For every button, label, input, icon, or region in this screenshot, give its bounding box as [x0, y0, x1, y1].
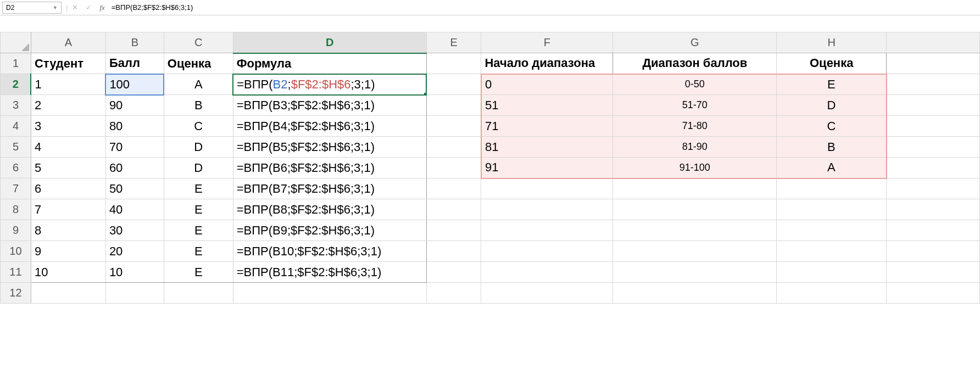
cell-G8[interactable] [613, 199, 777, 220]
cell-H9[interactable] [777, 220, 887, 241]
cell-I1[interactable] [887, 53, 980, 74]
cancel-icon[interactable]: ✕ [72, 3, 78, 12]
row-header-11[interactable]: 11 [1, 262, 31, 283]
cell-B12[interactable] [105, 283, 164, 304]
cell-C5[interactable]: D [164, 137, 233, 158]
cell-C3[interactable]: B [164, 95, 233, 116]
cell-I2[interactable] [887, 74, 980, 95]
cell-B9[interactable]: 30 [105, 220, 164, 241]
cell-E4[interactable] [426, 116, 481, 137]
cell-C11[interactable]: E [164, 262, 233, 283]
cell-A3[interactable]: 2 [31, 95, 105, 116]
cell-A6[interactable]: 5 [31, 158, 105, 178]
cell-G6[interactable]: 91-100 [613, 158, 777, 178]
cell-F9[interactable] [481, 220, 613, 241]
cell-F1[interactable]: Начало диапазона [481, 53, 613, 74]
cell-H1[interactable]: Оценка [777, 53, 887, 74]
cell-D3[interactable]: =ВПР(B3;$F$2:$H$6;3;1) [233, 95, 426, 116]
row-header-9[interactable]: 9 [1, 220, 31, 241]
cell-A5[interactable]: 4 [31, 137, 105, 158]
col-header-tail[interactable] [887, 32, 980, 53]
cell-B10[interactable]: 20 [105, 241, 164, 262]
row-header-7[interactable]: 7 [1, 178, 31, 199]
cell-C10[interactable]: E [164, 241, 233, 262]
cell-F12[interactable] [481, 283, 613, 304]
cell-D10[interactable]: =ВПР(B10;$F$2:$H$6;3;1) [233, 241, 426, 262]
cell-B1[interactable]: Балл [105, 53, 164, 74]
cell-I4[interactable] [887, 116, 980, 137]
cell-C4[interactable]: C [164, 116, 233, 137]
cell-D4[interactable]: =ВПР(B4;$F$2:$H$6;3;1) [233, 116, 426, 137]
cell-I10[interactable] [887, 241, 980, 262]
col-header-G[interactable]: G [613, 32, 777, 53]
cell-G5[interactable]: 81-90 [613, 137, 777, 158]
cell-I6[interactable] [887, 158, 980, 178]
cell-F2[interactable]: 0 [481, 74, 613, 95]
col-header-E[interactable]: E [426, 32, 481, 53]
cell-D9[interactable]: =ВПР(B9;$F$2:$H$6;3;1) [233, 220, 426, 241]
cell-G1[interactable]: Диапазон баллов [613, 53, 777, 74]
cell-C7[interactable]: E [164, 178, 233, 199]
cell-F6[interactable]: 91 [481, 158, 613, 178]
cell-D1[interactable]: Формула [233, 53, 426, 74]
cell-I3[interactable] [887, 95, 980, 116]
select-all-corner[interactable] [1, 32, 31, 53]
col-header-A[interactable]: A [31, 32, 105, 53]
cell-A1[interactable]: Студент [31, 53, 105, 74]
col-header-D[interactable]: D [233, 32, 426, 53]
cell-D8[interactable]: =ВПР(B8;$F$2:$H$6;3;1) [233, 199, 426, 220]
cell-H7[interactable] [777, 178, 887, 199]
cell-F8[interactable] [481, 199, 613, 220]
cell-H6[interactable]: A [777, 158, 887, 178]
cell-E3[interactable] [426, 95, 481, 116]
cell-D11[interactable]: =ВПР(B11;$F$2:$H$6;3;1) [233, 262, 426, 283]
cell-E5[interactable] [426, 137, 481, 158]
cell-G3[interactable]: 51-70 [613, 95, 777, 116]
cell-G7[interactable] [613, 178, 777, 199]
cell-E1[interactable] [426, 53, 481, 74]
col-header-C[interactable]: C [164, 32, 233, 53]
cell-I12[interactable] [887, 283, 980, 304]
cell-A10[interactable]: 9 [31, 241, 105, 262]
row-header-12[interactable]: 12 [1, 283, 31, 304]
cell-A2[interactable]: 1 [31, 74, 105, 95]
cell-I11[interactable] [887, 262, 980, 283]
cell-B5[interactable]: 70 [105, 137, 164, 158]
cell-C1[interactable]: Оценка [164, 53, 233, 74]
cell-C6[interactable]: D [164, 158, 233, 178]
cell-D12[interactable] [233, 283, 426, 304]
cell-G4[interactable]: 71-80 [613, 116, 777, 137]
row-header-4[interactable]: 4 [1, 116, 31, 137]
col-header-H[interactable]: H [777, 32, 887, 53]
cell-A4[interactable]: 3 [31, 116, 105, 137]
cell-H10[interactable] [777, 241, 887, 262]
cell-H8[interactable] [777, 199, 887, 220]
cell-C12[interactable] [164, 283, 233, 304]
enter-icon[interactable]: ✓ [86, 3, 92, 12]
cell-F11[interactable] [481, 262, 613, 283]
cell-B8[interactable]: 40 [105, 199, 164, 220]
cell-H3[interactable]: D [777, 95, 887, 116]
cell-B7[interactable]: 50 [105, 178, 164, 199]
cell-B4[interactable]: 80 [105, 116, 164, 137]
cell-E2[interactable] [426, 74, 481, 95]
cell-H2[interactable]: E [777, 74, 887, 95]
cell-E8[interactable] [426, 199, 481, 220]
cell-G11[interactable] [613, 262, 777, 283]
col-header-F[interactable]: F [481, 32, 613, 53]
row-header-3[interactable]: 3 [1, 95, 31, 116]
cell-A12[interactable] [31, 283, 105, 304]
cell-B6[interactable]: 60 [105, 158, 164, 178]
cell-E7[interactable] [426, 178, 481, 199]
cell-D7[interactable]: =ВПР(B7;$F$2:$H$6;3;1) [233, 178, 426, 199]
cell-E9[interactable] [426, 220, 481, 241]
name-box[interactable]: D2 ▼ [2, 2, 62, 14]
cell-B2[interactable]: 100 [105, 74, 164, 95]
col-header-B[interactable]: B [105, 32, 164, 53]
cell-D5[interactable]: =ВПР(B5;$F$2:$H$6;3;1) [233, 137, 426, 158]
cell-D6[interactable]: =ВПР(B6;$F$2:$H$6;3;1) [233, 158, 426, 178]
row-header-10[interactable]: 10 [1, 241, 31, 262]
row-header-6[interactable]: 6 [1, 158, 31, 178]
cell-E6[interactable] [426, 158, 481, 178]
row-header-1[interactable]: 1 [1, 53, 31, 74]
